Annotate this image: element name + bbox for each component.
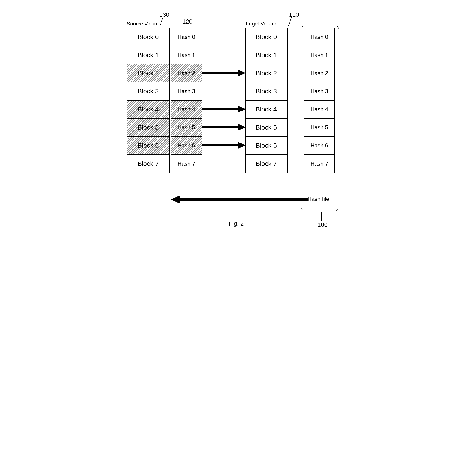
arrow-row2-line [202, 72, 238, 74]
source-volume-column: Block 0 Block 1 Block 2 Block 3 Block 4 … [127, 28, 170, 173]
source-block-7: Block 7 [127, 155, 169, 173]
target-hash-4: Hash 4 [304, 100, 334, 119]
target-block-7: Block 7 [246, 155, 287, 173]
arrow-row5-line [202, 126, 238, 128]
hash-file-label: Hash file [308, 196, 329, 202]
target-hash-1: Hash 1 [304, 46, 334, 65]
target-block-6: Block 6 [246, 137, 287, 155]
target-hash-column: Hash 0 Hash 1 Hash 2 Hash 3 Hash 4 Hash … [304, 28, 335, 173]
source-hash-2: Hash 2 [171, 65, 201, 83]
big-arrow-head [171, 195, 180, 204]
source-hash-4: Hash 4 [171, 100, 201, 119]
source-volume-label: Source Volume [127, 21, 162, 27]
target-volume-column: Block 0 Block 1 Block 2 Block 3 Block 4 … [245, 28, 288, 173]
source-hash-1: Hash 1 [171, 46, 201, 65]
source-block-5: Block 5 [127, 119, 169, 137]
arrow-row2-head [238, 69, 246, 76]
ref-100: 100 [318, 221, 328, 229]
arrow-row4-head [238, 106, 246, 113]
ref-130: 130 [159, 11, 169, 18]
target-hash-5: Hash 5 [304, 119, 334, 137]
target-volume-label: Target Volume [245, 21, 278, 27]
ref-120: 120 [182, 18, 193, 25]
target-block-3: Block 3 [246, 83, 287, 100]
source-hash-5: Hash 5 [171, 119, 201, 137]
arrow-row4-line [202, 108, 238, 110]
arrow-row6-line [202, 144, 238, 147]
arrow-row6-head [238, 142, 246, 149]
source-block-0: Block 0 [127, 28, 169, 46]
big-arrow-line [179, 198, 308, 201]
source-block-2: Block 2 [127, 65, 169, 83]
source-hash-6: Hash 6 [171, 137, 201, 155]
target-hash-6: Hash 6 [304, 137, 334, 155]
lead-100 [321, 212, 322, 221]
target-hash-3: Hash 3 [304, 83, 334, 100]
ref-110: 110 [289, 11, 299, 18]
target-block-0: Block 0 [246, 28, 287, 46]
source-hash-column: Hash 0 Hash 1 Hash 2 Hash 3 Hash 4 Hash … [171, 28, 202, 173]
arrow-row5-head [238, 124, 246, 131]
target-hash-0: Hash 0 [304, 28, 334, 46]
target-block-1: Block 1 [246, 46, 287, 65]
target-hash-7: Hash 7 [304, 155, 334, 173]
source-block-4: Block 4 [127, 100, 169, 119]
source-hash-7: Hash 7 [171, 155, 201, 173]
source-block-1: Block 1 [127, 46, 169, 65]
source-block-6: Block 6 [127, 137, 169, 155]
target-block-2: Block 2 [246, 65, 287, 83]
diagram-container: Source Volume Target Volume 130 120 110 … [122, 9, 354, 232]
lead-110 [288, 17, 292, 26]
target-block-5: Block 5 [246, 119, 287, 137]
source-block-3: Block 3 [127, 83, 169, 100]
source-hash-0: Hash 0 [171, 28, 201, 46]
target-hash-2: Hash 2 [304, 65, 334, 83]
source-hash-3: Hash 3 [171, 83, 201, 100]
target-block-4: Block 4 [246, 100, 287, 119]
figure-label: Fig. 2 [229, 220, 244, 227]
